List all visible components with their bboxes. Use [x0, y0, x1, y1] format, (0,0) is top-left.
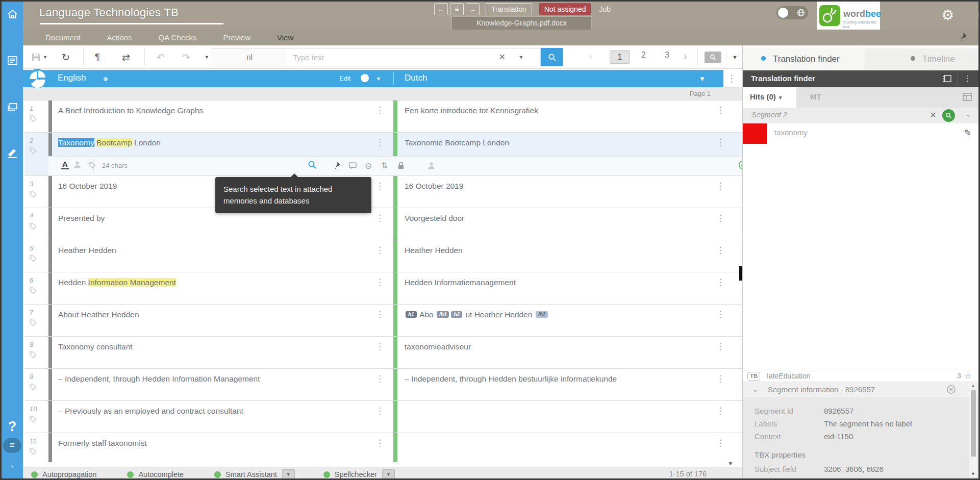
source-row-menu-icon[interactable]: ⋮ [375, 406, 384, 416]
view-options-caret[interactable]: ▼ [732, 54, 738, 60]
undo-button[interactable]: ↶ [157, 45, 165, 69]
pen-icon[interactable] [2, 146, 23, 159]
clear-search-icon[interactable]: ✕ [499, 52, 506, 62]
search-options-caret[interactable]: ▼ [518, 54, 524, 60]
tag-icon[interactable] [29, 383, 37, 393]
segment-row-5[interactable]: 5 Heather Hedden⋮Heather Hedden⋮ [24, 240, 742, 272]
term-hit-row[interactable]: taxonomy ✎ [743, 123, 978, 144]
retranslate-button[interactable]: ⇄ [122, 45, 130, 69]
panel-scrollbar[interactable]: ▲ ▼ [969, 382, 977, 477]
scrollbar-thumb[interactable] [971, 390, 976, 457]
segment-row-3[interactable]: 3 16 October 2019⋮16 October 2019⋮ [24, 176, 742, 208]
target-row-menu-icon[interactable]: ⋮ [716, 277, 725, 288]
source-row-menu-icon[interactable]: ⋮ [375, 137, 384, 148]
split-segment-icon[interactable]: ⇅ [381, 161, 388, 170]
home-icon[interactable] [2, 9, 23, 20]
status-item-smart-assistant[interactable]: Smart Assistant [225, 470, 277, 478]
pin-icon[interactable] [333, 161, 341, 171]
source-text[interactable]: Presented by [58, 214, 385, 223]
chevron-right-icon[interactable]: › [2, 462, 23, 470]
edit-term-icon[interactable]: ✎ [964, 128, 971, 138]
termbase-row[interactable]: TB IateEducation 3 ☆ [743, 370, 978, 382]
source-row-menu-icon[interactable]: ⋮ [375, 277, 384, 288]
pilcrow-button[interactable]: ¶ [95, 45, 100, 69]
segment-row-11[interactable]: 11 Formerly staff taxonomist⋮⋮ [24, 433, 742, 462]
source-language-label[interactable]: English [58, 73, 86, 83]
target-column-caret[interactable]: ▼ [699, 75, 706, 83]
segment-collapse-icon[interactable]: ⌄ [966, 111, 971, 118]
source-row-menu-icon[interactable]: ⋮ [375, 309, 384, 320]
source-text[interactable]: Taxonomy consultant [58, 342, 385, 351]
edit-toggle[interactable] [361, 74, 369, 82]
target-text[interactable]: Taxonomie Bootcamp London [405, 138, 509, 147]
comment-icon[interactable] [348, 161, 357, 172]
search-page-button[interactable] [705, 52, 721, 63]
target-row-menu-icon[interactable]: ⋮ [716, 213, 725, 223]
source-text[interactable]: Heather Hedden [58, 246, 385, 255]
source-text[interactable]: Hedden Information Management [58, 278, 385, 287]
target-text[interactable]: – Independent, through Hedden bestuurlij… [405, 374, 617, 384]
source-text[interactable]: Formerly staff taxonomist [58, 439, 385, 448]
menu-icon[interactable]: ≡ [3, 438, 21, 453]
status-dropdown-button[interactable]: ▼ [282, 469, 295, 479]
save-button[interactable]: ▼ [31, 45, 47, 69]
source-row-menu-icon[interactable]: ⋮ [375, 213, 384, 223]
source-row-menu-icon[interactable]: ⋮ [375, 245, 384, 256]
source-text[interactable]: – Independent, through Hedden Informatio… [58, 374, 385, 384]
pie-chart-icon[interactable] [27, 68, 47, 91]
segment-row-8[interactable]: 8 Taxonomy consultant⋮taxonomieadviseur⋮ [24, 337, 742, 369]
menu-item-qa-checks[interactable]: QA Checks [159, 30, 197, 45]
grid-menu-icon[interactable]: ⋮ [727, 73, 736, 84]
source-text[interactable]: About Heather Hedden [58, 310, 385, 319]
language-toggle[interactable] [776, 6, 808, 19]
segment-row-4[interactable]: 4 Presented by⋮Voorgesteld door⋮ [24, 208, 742, 240]
edit-dropdown-caret[interactable]: ▼ [376, 76, 381, 82]
segment-row-10[interactable]: 10 – Previously as an employed and contr… [24, 401, 742, 433]
segment-row-2[interactable]: 2 Taxonomy Bootcamp London⋮Taxonomie Boo… [24, 133, 742, 176]
redo-button[interactable]: ↷ [182, 45, 190, 69]
scroll-down-icon[interactable]: ▼ [971, 471, 975, 476]
clear-segment-icon[interactable]: ✕ [930, 110, 937, 120]
list-button[interactable]: ≡ [450, 3, 464, 15]
segment-row-9[interactable]: 9 – Independent, through Hedden Informat… [24, 369, 742, 401]
tab-hits[interactable]: Hits (0)▼ [743, 87, 796, 108]
target-text[interactable]: Hedden Informatiemanagement [405, 278, 516, 287]
document-name-tab[interactable]: Knowledge-Graphs.pdf.docx [451, 16, 592, 30]
translation-chip[interactable]: Translation [486, 3, 532, 15]
segment-row-7[interactable]: 7 About Heather Hedden⋮b1 Abo /b1b2 ut H… [24, 305, 742, 337]
tag-icon[interactable] [29, 147, 37, 157]
target-row-menu-icon[interactable]: ⋮ [716, 373, 725, 384]
documents-icon[interactable] [2, 102, 23, 113]
tag-icon[interactable] [29, 115, 37, 124]
inline-tag-chip[interactable]: b1 [406, 311, 417, 318]
target-text[interactable]: taxonomieadviseur [405, 342, 471, 351]
target-row-menu-icon[interactable]: ⋮ [716, 137, 725, 148]
search-input[interactable] [293, 48, 487, 66]
gear-icon[interactable]: ⚙ [941, 7, 954, 23]
format-text-icon[interactable]: A [61, 160, 69, 169]
tag-icon[interactable] [29, 319, 37, 329]
form-icon[interactable] [2, 55, 23, 66]
segment-row-1[interactable]: 1 A Brief Introduction to Knowledge Grap… [24, 100, 742, 133]
layout-icon[interactable] [962, 92, 972, 104]
collapse-icon[interactable]: ⌄ [752, 386, 758, 393]
segment-info-header[interactable]: ⌄ Segment information - 8926557 [743, 382, 978, 397]
source-text[interactable]: Taxonomy Bootcamp London [58, 138, 385, 147]
target-row-menu-icon[interactable]: ⋮ [716, 406, 725, 416]
target-language-select[interactable]: nl [212, 48, 287, 66]
target-text[interactable]: b1 Abo /b1b2 ut Heather Hedden /b2 [405, 310, 549, 319]
menu-item-actions[interactable]: Actions [107, 30, 132, 45]
tab-timeline[interactable]: Timeline [865, 48, 978, 70]
avatar[interactable] [978, 5, 980, 26]
source-row-menu-icon[interactable]: ⋮ [375, 181, 384, 191]
target-row-menu-icon[interactable]: ⋮ [716, 181, 725, 191]
tab-mt[interactable]: MT [810, 92, 821, 101]
lock-icon[interactable] [397, 161, 405, 171]
splitter-handle[interactable] [739, 266, 742, 281]
page-next-button[interactable]: › [684, 52, 687, 62]
finder-menu-icon[interactable]: ⋮ [964, 74, 971, 83]
page-button-1[interactable]: 1 [610, 50, 630, 64]
pin-icon[interactable] [958, 32, 967, 43]
target-row-menu-icon[interactable]: ⋮ [716, 105, 725, 116]
target-text[interactable]: Heather Hedden [405, 246, 463, 255]
